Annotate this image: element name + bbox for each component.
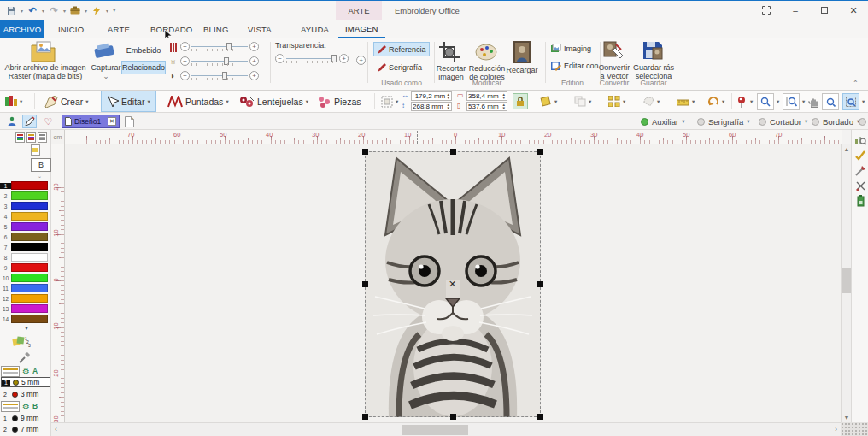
sequins-tool-dropdown-icon[interactable]: ▾ (306, 98, 308, 105)
fit-screen-button[interactable] (752, 1, 781, 20)
brightness-slider-track[interactable] (191, 56, 248, 66)
pan-hand-button[interactable] (808, 91, 819, 112)
restore-button[interactable] (810, 1, 839, 20)
color-row-9[interactable]: 9 (0, 262, 51, 273)
pen-mode-icon[interactable] (22, 115, 37, 128)
transform-button[interactable]: ▾ (381, 91, 398, 112)
transparency-slider[interactable]: − + (275, 54, 349, 63)
color-row-7[interactable]: 7 (0, 242, 51, 252)
weld-button[interactable]: ▾ (642, 91, 660, 112)
document-tab[interactable]: Diseño1 ✕ (62, 115, 120, 128)
ribbon-tab-ayuda[interactable]: AYUDA (294, 20, 336, 38)
save-raster-label-1[interactable]: Guardar rás (630, 63, 677, 72)
layer-toggle-bling[interactable]: Bling (859, 115, 868, 128)
needle-a-row-1[interactable]: 1 5 mm (1, 377, 50, 387)
color-row-10[interactable]: 10 (0, 273, 51, 283)
eyedropper-icon[interactable] (19, 351, 31, 363)
palette-list-icon-2[interactable] (26, 132, 36, 143)
ribbon-tab-arte[interactable]: ARTE (101, 20, 137, 38)
color-swatch[interactable] (11, 243, 48, 251)
contrast-slider[interactable]: − + (180, 71, 259, 80)
open-raster-image-icon[interactable] (29, 40, 60, 64)
contrast-plus-icon[interactable]: + (249, 71, 259, 80)
needle-a-row-2[interactable]: 2 3 mm (1, 389, 50, 399)
layer-dropdown-icon[interactable]: ▾ (682, 118, 684, 125)
crop-image-icon[interactable] (439, 42, 463, 62)
quick-style-icon[interactable] (91, 4, 103, 16)
color-swatch[interactable] (11, 181, 48, 190)
pieces-tool-button[interactable]: Piezas (318, 91, 361, 112)
chart-magnifier-tool-icon[interactable] (853, 133, 867, 146)
vertical-ruler[interactable]: 20 10 0 10 20 30 (51, 144, 65, 422)
embedded-button[interactable]: Embebido (121, 44, 166, 57)
duplicate-button[interactable]: ▾ (540, 91, 557, 112)
color-swatch[interactable] (11, 284, 48, 292)
quick-style-dropdown-icon[interactable]: ▾ (106, 8, 108, 14)
reload-image-icon[interactable] (513, 41, 531, 63)
battery-tool-icon[interactable] (853, 194, 867, 208)
brightness-minus-icon[interactable]: − (180, 56, 190, 66)
color-reduction-icon[interactable] (475, 42, 499, 62)
package-icon[interactable] (69, 4, 81, 16)
palette-expand-icon[interactable]: ⌄ (38, 173, 42, 179)
create-tool-button[interactable]: Crear ▾ (44, 91, 89, 112)
cutter-tool-icon[interactable] (853, 179, 867, 192)
height-value[interactable]: 537,6 mm (468, 103, 501, 110)
color-swatch[interactable] (11, 274, 48, 282)
rotate-button[interactable]: ▾ (707, 91, 724, 112)
height-field[interactable]: 537,6 mm ▲▼ (466, 102, 507, 111)
color-row-13[interactable]: 13 (0, 303, 51, 314)
pos-x-field[interactable]: -179,2 mm ▲▼ (411, 91, 452, 101)
edit-tool-button[interactable]: Editar ▾ (101, 91, 156, 112)
color-row-4[interactable]: 4 (0, 211, 51, 221)
transparency-minus-icon[interactable]: − (275, 54, 284, 63)
color-swatch[interactable] (11, 222, 48, 231)
contrast-minus-icon[interactable]: − (180, 71, 190, 80)
width-stepper[interactable]: ▲▼ (502, 93, 506, 100)
zoom-scale-dropdown-icon[interactable]: ▾ (802, 98, 805, 105)
sequins-tool-button[interactable]: Lentejuelas ▾ (239, 91, 308, 112)
redo-dropdown-icon[interactable]: ▾ (63, 8, 66, 14)
color-slider[interactable]: − + (180, 42, 259, 51)
zoom-pin-button[interactable]: ▾ (736, 91, 753, 112)
layer-toggle-serigrafia[interactable]: Serigrafía ▾ (697, 115, 749, 128)
open-raster-label-1[interactable]: Abrir archivo de imagen (3, 63, 88, 72)
brightness-slider[interactable]: − + (180, 56, 259, 66)
color-swatch[interactable] (11, 202, 48, 210)
pos-y-value[interactable]: 268,8 mm (413, 103, 446, 110)
group-dropdown-icon[interactable]: ▾ (589, 98, 591, 105)
color-row-11[interactable]: 11 (0, 283, 51, 293)
stitches-tool-dropdown-icon[interactable]: ▾ (226, 98, 228, 105)
horizontal-scrollbar[interactable]: ‹ › (51, 422, 841, 436)
ribbon-tab-imagen[interactable]: IMAGEN (338, 20, 385, 38)
horizontal-scroll-thumb[interactable] (402, 425, 468, 435)
transparency-plus-icon[interactable]: + (339, 54, 349, 63)
ribbon-tab-inicio[interactable]: INICIO (51, 20, 91, 38)
zoom-all-button[interactable] (822, 91, 839, 112)
qat-customize-icon[interactable]: ▾ (113, 7, 116, 14)
color-slider-track[interactable] (191, 42, 248, 51)
collapse-ribbon-icon[interactable]: ⌃ (853, 80, 859, 87)
palette-b-button[interactable]: B (31, 158, 51, 172)
pos-y-field[interactable]: 268,8 mm ▲▼ (411, 102, 452, 111)
imaging-button[interactable]: Imaging (551, 44, 591, 54)
transparency-slider-track[interactable] (286, 54, 337, 63)
color-swatch[interactable] (11, 304, 48, 313)
color-row-1[interactable]: 1 (0, 180, 51, 191)
edit-tool-dropdown-icon[interactable]: ▾ (147, 98, 150, 105)
heart-shape-icon[interactable]: ♡ (41, 115, 56, 128)
needle-group-a-header[interactable]: ⚙ A (1, 366, 50, 376)
color-row-6[interactable]: 6 (0, 232, 51, 242)
scroll-right-icon[interactable]: › (835, 425, 837, 433)
height-stepper[interactable]: ▲▼ (502, 103, 506, 110)
stitches-tool-button[interactable]: Puntadas ▾ (167, 91, 229, 112)
align-dropdown-icon[interactable]: ▾ (623, 98, 625, 105)
zoom-scale-button[interactable]: ▾ (783, 91, 805, 112)
color-swatch[interactable] (11, 315, 48, 323)
object-manager-icon[interactable] (4, 115, 19, 128)
color-swatch[interactable] (11, 294, 48, 303)
palette-more-icon[interactable]: ▼ (24, 326, 29, 331)
color-row-12[interactable]: 12 (0, 293, 51, 303)
color-minus-icon[interactable]: − (180, 42, 190, 51)
palette-list-icon-3[interactable] (38, 132, 47, 143)
